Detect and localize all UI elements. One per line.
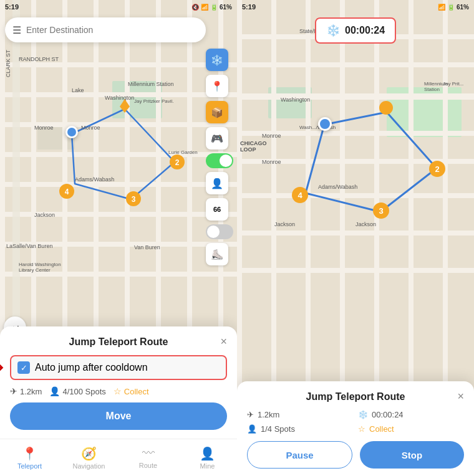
- search-bar[interactable]: ☰: [5, 17, 206, 42]
- right-current-loc: [318, 117, 332, 131]
- toggle-2[interactable]: [206, 224, 233, 239]
- right-spots-val: 1/4 Spots: [261, 424, 295, 434]
- battery-pct: 61%: [220, 4, 232, 11]
- left-bottom-nav: 📍 Teleport 🧭 Navigation 〰 Route 👤 Mine: [0, 439, 237, 476]
- nav-navigation-label: Navigation: [73, 462, 105, 470]
- navigation-icon: ✈: [10, 386, 17, 396]
- collect-val: Collect: [124, 387, 149, 396]
- current-location-pin: [65, 126, 78, 138]
- svg-text:2: 2: [175, 158, 180, 167]
- left-sheet-title: Jump Teleport Route: [10, 336, 227, 348]
- right-status-icons: 📶 🔋 61%: [438, 4, 469, 11]
- spots-info: 👤 4/100 Spots: [49, 386, 105, 396]
- right-time: 5:19: [242, 3, 256, 11]
- svg-text:2: 2: [435, 164, 439, 174]
- right-nav-icon: ✈: [247, 410, 254, 419]
- timer-box: ❄️ 00:00:24: [315, 17, 396, 44]
- route-icon: 〰: [142, 446, 155, 460]
- right-info-grid: ✈ 1.2km ❄️ 00:00:24 👤 1/4 Spots ☆ Collec…: [247, 410, 464, 434]
- spots-val: 4/100 Spots: [62, 387, 105, 396]
- street-label-clark: CLARK ST: [5, 50, 11, 77]
- right-pin-top: [379, 101, 393, 120]
- right-star-icon: ☆: [358, 424, 365, 434]
- right-bottom-sheet: Jump Teleport Route × ✈ 1.2km ❄️ 00:00:2…: [237, 381, 474, 476]
- right-wifi-icon: 📶: [438, 4, 445, 11]
- place-harold: Harold WashingtonLibrary Center: [19, 262, 61, 273]
- street-label-monroe2: Monroe: [81, 125, 100, 131]
- location-btn[interactable]: 📍: [206, 75, 228, 97]
- street-label-randolph: RANDOLPH ST: [19, 56, 59, 62]
- skate-btn[interactable]: ⛸️: [206, 243, 228, 265]
- right-adams: Adams/Wabash: [318, 184, 357, 190]
- distance-val: 1.2km: [20, 387, 42, 396]
- street-label-lasalle: LaSalle/Van Buren: [6, 243, 52, 249]
- left-sheet-close[interactable]: ×: [220, 335, 227, 348]
- right-status-bar: 5:19 📶 🔋 61%: [237, 0, 474, 14]
- street-label-adams: Adams/Wabash: [75, 176, 114, 183]
- toggle-1[interactable]: [206, 153, 233, 168]
- right-washington: Washington: [281, 97, 310, 103]
- search-input[interactable]: [26, 25, 198, 35]
- right-snowflake-icon: ❄️: [358, 410, 368, 419]
- arrow-indicator: ➔: [0, 359, 4, 376]
- speed-btn[interactable]: 66: [206, 198, 228, 221]
- wifi-icon: 📶: [201, 4, 208, 11]
- menu-icon[interactable]: ☰: [12, 24, 21, 36]
- svg-text:3: 3: [132, 195, 136, 204]
- snowflake-icon: ❄️: [326, 24, 340, 37]
- place-pritzker: Jay Pritzker Pavil.: [134, 98, 174, 104]
- side-toolbar: ❄️ 📍 📦 🎮 👤 66 ⛸️: [206, 49, 233, 265]
- checkbox-label: Auto jump after cooldown: [35, 362, 148, 373]
- right-spots: 👤 1/4 Spots: [247, 424, 353, 434]
- street-label-lake: Lake: [72, 87, 84, 93]
- checkbox-row: ➔ ✓ Auto jump after cooldown: [10, 355, 227, 380]
- right-jayprit: Jay Prit...: [443, 81, 463, 87]
- game-btn[interactable]: 🎮: [206, 127, 228, 150]
- move-btn[interactable]: Move: [10, 402, 227, 430]
- right-pin-4: 4: [292, 187, 308, 208]
- street-label-jackson: Jackson: [34, 212, 55, 218]
- right-distance: ✈ 1.2km: [247, 410, 353, 419]
- right-collect: ☆ Collect: [358, 424, 464, 434]
- star-icon: ☆: [114, 386, 122, 396]
- svg-text:4: 4: [297, 191, 302, 200]
- nav-route[interactable]: 〰 Route: [119, 439, 178, 476]
- left-status-icons: 🔇 📶 🔋 61%: [191, 4, 232, 11]
- freeze-btn[interactable]: ❄️: [206, 49, 228, 71]
- right-monroe: Monroe: [262, 133, 281, 139]
- left-info-row: ✈ 1.2km 👤 4/100 Spots ☆ Collect: [10, 386, 227, 396]
- nav-teleport[interactable]: 📍 Teleport: [0, 439, 59, 476]
- orange-btn[interactable]: 📦: [206, 101, 228, 123]
- pin-orange-top: [119, 98, 131, 117]
- right-sheet-title: Jump Teleport Route: [247, 391, 464, 402]
- mute-icon: 🔇: [191, 4, 199, 11]
- svg-text:3: 3: [379, 206, 383, 216]
- auto-jump-checkbox[interactable]: ✓: [17, 361, 30, 374]
- svg-text:4: 4: [65, 188, 69, 196]
- right-monroe2: Monroe: [262, 159, 281, 165]
- right-sheet-close[interactable]: ×: [457, 390, 464, 403]
- right-jackson1: Jackson: [274, 221, 295, 227]
- person-btn[interactable]: 👤: [206, 172, 228, 194]
- nav-navigation[interactable]: 🧭 Navigation: [59, 439, 119, 476]
- distance-info: ✈ 1.2km: [10, 386, 42, 396]
- svg-point-45: [379, 101, 393, 115]
- left-panel: RANDOLPH ST CLARK ST Monroe Monroe Adams…: [0, 0, 237, 476]
- action-buttons: Pause Stop: [247, 441, 464, 469]
- nav-mine[interactable]: 👤 Mine: [178, 439, 237, 476]
- timer-value: 00:00:24: [345, 25, 385, 36]
- pin-3: 3: [126, 191, 141, 212]
- left-time: 5:19: [5, 3, 19, 11]
- street-label-monroe1: Monroe: [34, 125, 54, 131]
- right-panel: State/Lake Washington Wash.../Wabash Mon…: [237, 0, 474, 476]
- navigation-nav-icon: 🧭: [81, 446, 97, 461]
- left-status-bar: 5:19 🔇 📶 🔋 61%: [0, 0, 237, 14]
- nav-route-label: Route: [139, 462, 157, 469]
- mine-icon: 👤: [200, 446, 215, 461]
- right-timer-val: 00:00:24: [372, 410, 404, 419]
- nav-mine-label: Mine: [200, 462, 215, 470]
- right-pin-3: 3: [373, 202, 389, 224]
- place-millennium: Millennium Station: [128, 81, 174, 87]
- stop-btn[interactable]: Stop: [360, 441, 464, 469]
- pause-btn[interactable]: Pause: [247, 441, 352, 469]
